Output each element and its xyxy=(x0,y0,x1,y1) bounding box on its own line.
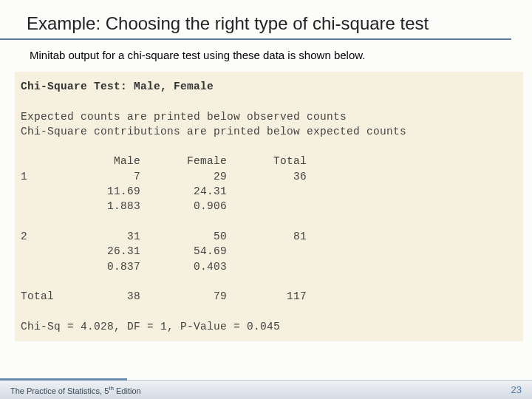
output-note-expected: Expected counts are printed below observ… xyxy=(21,109,517,124)
table-row: 2 31 50 81 xyxy=(21,229,517,244)
output-heading: Chi-Square Test: Male, Female xyxy=(21,81,214,92)
minitab-output: Chi-Square Test: Male, Female Expected c… xyxy=(15,72,523,341)
book-title: The Practice of Statistics, 5th Edition xyxy=(10,385,141,395)
table-row: 0.837 0.403 xyxy=(21,259,517,274)
column-headers: Male Female Total xyxy=(21,154,517,168)
output-note-contrib: Chi-Square contributions are printed bel… xyxy=(21,124,517,139)
totals-row: Total 38 79 117 xyxy=(21,289,517,304)
slide-footer: The Practice of Statistics, 5th Edition … xyxy=(0,380,532,399)
table-row: 1 7 29 36 xyxy=(21,169,517,184)
chi-square-summary: Chi-Sq = 4.028, DF = 1, P-Value = 0.045 xyxy=(21,319,517,334)
slide-title: Example: Choosing the right type of chi-… xyxy=(0,0,511,40)
table-row: 26.31 54.69 xyxy=(21,244,517,259)
table-row: 11.69 24.31 xyxy=(21,184,517,199)
slide-subtitle: Minitab output for a chi-square test usi… xyxy=(0,40,532,61)
table-row: 1.883 0.906 xyxy=(21,199,517,214)
slide: Example: Choosing the right type of chi-… xyxy=(0,0,532,399)
page-number: 23 xyxy=(511,384,522,395)
